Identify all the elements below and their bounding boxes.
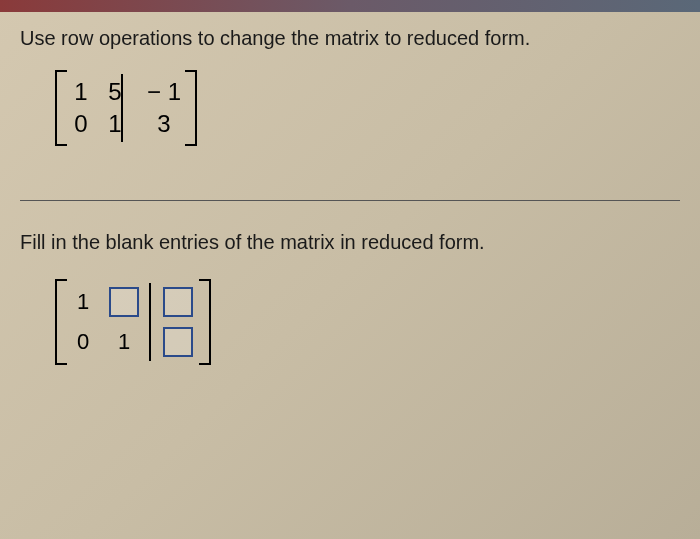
matrix-cell: 0 bbox=[73, 329, 93, 355]
problem-instruction: Use row operations to change the matrix … bbox=[20, 27, 680, 50]
matrix-input-r1c2[interactable] bbox=[109, 287, 139, 317]
answer-matrix: 1 0 1 bbox=[55, 279, 680, 369]
matrix-cell: 1 bbox=[109, 329, 139, 355]
bracket-left bbox=[55, 70, 67, 146]
section-divider bbox=[20, 200, 680, 201]
content-area: Use row operations to change the matrix … bbox=[0, 12, 700, 384]
augment-divider bbox=[121, 74, 123, 142]
answer-instruction: Fill in the blank entries of the matrix … bbox=[20, 231, 680, 254]
augment-divider bbox=[149, 283, 151, 361]
matrix-cell: − 1 bbox=[139, 78, 181, 106]
matrix-input-r2c3[interactable] bbox=[163, 327, 193, 357]
matrix-cell: 0 bbox=[71, 110, 91, 138]
matrix-cell: 1 bbox=[71, 78, 91, 106]
source-matrix: 1 5 − 1 0 1 3 bbox=[55, 70, 197, 150]
matrix-input-r1c3[interactable] bbox=[163, 287, 193, 317]
bracket-right bbox=[199, 279, 211, 365]
bracket-right bbox=[185, 70, 197, 146]
bracket-left bbox=[55, 279, 67, 365]
matrix-cell: 3 bbox=[139, 110, 181, 138]
matrix-cell: 1 bbox=[73, 289, 93, 315]
window-top-bar bbox=[0, 0, 700, 12]
